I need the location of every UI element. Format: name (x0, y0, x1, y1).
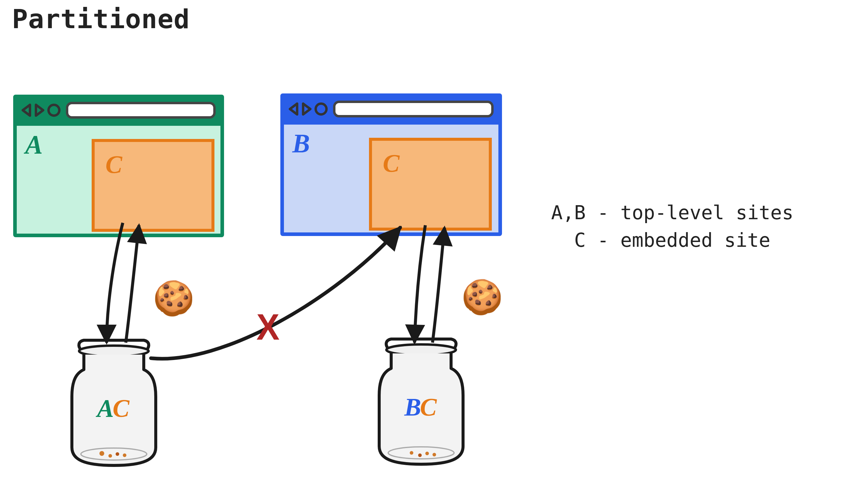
embed-c-label-a: C (105, 150, 122, 179)
embed-c-label-b: C (383, 149, 400, 178)
svg-marker-1 (36, 105, 43, 116)
url-bar (66, 102, 216, 119)
browser-b: B C (280, 93, 502, 236)
diagram-title: Partitioned (12, 4, 190, 34)
svg-point-15 (418, 453, 422, 457)
browser-b-body: B C (284, 125, 498, 232)
svg-point-10 (116, 452, 119, 456)
cookie-icon-right: 🍪 (461, 280, 503, 314)
svg-marker-3 (290, 104, 297, 115)
blocked-x-icon: X (256, 306, 279, 348)
svg-point-14 (410, 451, 413, 455)
site-a-label: A (25, 129, 43, 160)
diagram-stage: Partitioned A C (0, 0, 868, 481)
cookie-jar-ac: AC (66, 336, 162, 462)
svg-point-11 (123, 453, 126, 457)
browser-a-body: A C (17, 126, 220, 234)
legend-line1: A,B - top-level sites (551, 201, 794, 224)
embed-c-in-a: C (92, 139, 214, 232)
svg-marker-4 (303, 104, 310, 115)
nav-icons (22, 102, 62, 118)
jar-bc-label: BC (373, 393, 469, 422)
jar-ac-label: AC (66, 394, 162, 423)
cookie-icon-left: 🍪 (153, 282, 195, 315)
svg-point-16 (425, 452, 429, 455)
svg-point-17 (433, 453, 436, 456)
cookie-jar-bc: BC (373, 335, 469, 461)
jar-bc-b: B (404, 393, 422, 421)
jar-bc-c: C (420, 393, 438, 421)
jar-ac-c: C (113, 395, 131, 422)
browser-b-topbar (284, 97, 498, 125)
site-b-label: B (292, 128, 310, 159)
browser-a: A C (13, 95, 224, 237)
svg-point-8 (99, 451, 104, 456)
url-bar (333, 101, 494, 118)
svg-point-9 (108, 454, 112, 458)
browser-a-topbar (17, 98, 220, 126)
svg-marker-0 (23, 105, 30, 116)
embed-c-in-b: C (369, 138, 492, 231)
svg-point-5 (316, 104, 327, 115)
legend-line2: C - embedded site (551, 229, 770, 252)
nav-icons (289, 101, 330, 117)
legend: A,B - top-level sites C - embedded site (551, 199, 794, 255)
jar-ac-a: A (97, 395, 115, 422)
svg-point-2 (49, 105, 59, 116)
